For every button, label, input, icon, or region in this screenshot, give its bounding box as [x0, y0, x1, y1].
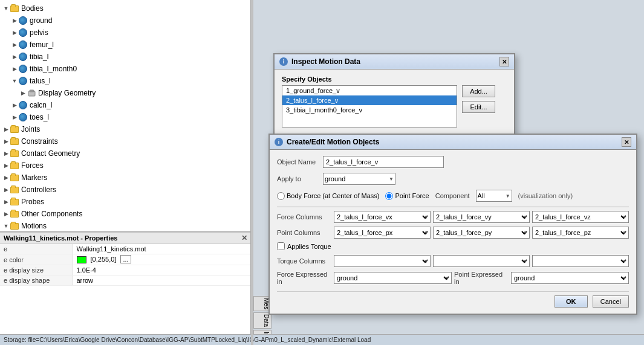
markers-icon	[10, 173, 19, 182]
ok-button[interactable]: OK	[555, 295, 588, 308]
expand-icon-tibia-m0[interactable]: ▶	[11, 65, 18, 73]
point-expressed-select[interactable]: ground	[511, 272, 629, 284]
motions-label: Motions	[21, 222, 47, 230]
tibia-label: tibia_l	[30, 53, 48, 61]
expand-icon-display-geo[interactable]: ▶	[19, 89, 27, 97]
torque-col3-select[interactable]	[532, 255, 629, 267]
torque-col1-select[interactable]	[334, 255, 431, 267]
point-force-radio-label[interactable]: Point Force	[385, 192, 429, 200]
properties-table: e Walking11_kinetics.mot e color [0,255,…	[0, 244, 251, 286]
expand-icon-forces[interactable]: ▶	[2, 162, 10, 169]
talus-label: talus_l	[30, 77, 51, 85]
properties-close-btn[interactable]: ✕	[241, 234, 247, 242]
prop-value-color: [0,255,0] ...	[73, 254, 251, 265]
point-columns-row: Point Columns 2_talus_l_force_px 2_talus…	[277, 227, 629, 239]
force-expressed-label: Force Expressed in	[277, 271, 331, 285]
expand-icon-joints[interactable]: ▶	[2, 126, 10, 133]
expand-icon-other[interactable]: ▶	[2, 210, 10, 218]
torque-col3-wrapper	[532, 255, 629, 267]
sidebar-item-probes[interactable]: ▶ Probes	[0, 196, 250, 208]
sidebar: ▼ Bodies ▶ ground ▶ pelvis ▶ femur_l ▶	[0, 0, 251, 345]
expand-icon-motions[interactable]: ▼	[2, 222, 10, 230]
probes-label: Probes	[21, 198, 44, 206]
forces-icon	[10, 161, 19, 170]
sidebar-item-motions[interactable]: ▼ Motions	[0, 220, 250, 232]
inspect-add-btn[interactable]: Add...	[462, 85, 495, 97]
sidebar-item-controllers[interactable]: ▶ Controllers	[0, 184, 250, 196]
expand-icon-markers[interactable]: ▶	[2, 174, 10, 181]
point-force-radio[interactable]	[385, 192, 393, 200]
expand-icon-tibia[interactable]: ▶	[11, 53, 18, 60]
expand-icon-talus[interactable]: ▼	[11, 77, 18, 85]
body-force-radio-label[interactable]: Body Force (at Center of Mass)	[277, 192, 379, 200]
force-col3-select[interactable]: 2_talus_l_force_vz	[532, 211, 629, 223]
sidebar-item-other-components[interactable]: ▶ Other Components	[0, 208, 250, 220]
torque-col2-wrapper	[433, 255, 530, 267]
apply-to-row: Apply to groundtalus_ltibia_l	[277, 173, 629, 185]
inspect-list-item-1[interactable]: 1_ground_force_v	[282, 86, 457, 95]
expand-icon-contact-geo[interactable]: ▶	[2, 150, 10, 157]
object-name-input[interactable]	[323, 156, 444, 168]
create-close-btn[interactable]: ✕	[622, 137, 631, 147]
force-col1-select[interactable]: 2_talus_l_force_vx	[334, 211, 431, 223]
force-col2-select[interactable]: 2_talus_l_force_vy	[433, 211, 530, 223]
sidebar-item-display-geometry[interactable]: ▶ Display Geometry	[17, 87, 250, 99]
inspect-list-item-2[interactable]: 2_talus_l_force_v	[282, 95, 457, 105]
prop-row-display-size: e display size 1.0E-4	[0, 265, 251, 276]
inspect-list-box[interactable]: 1_ground_force_v 2_talus_l_force_v 3_tib…	[282, 85, 457, 127]
cancel-button[interactable]: Cancel	[593, 295, 629, 308]
sidebar-item-joints[interactable]: ▶ Joints	[0, 123, 250, 135]
applies-torque-checkbox-label[interactable]: Applies Torque	[277, 242, 331, 250]
point-col3-select[interactable]: 2_talus_l_force_pz	[532, 227, 629, 239]
sidebar-item-calcn-l[interactable]: ▶ calcn_l	[8, 99, 250, 111]
sidebar-item-femur-l[interactable]: ▶ femur_l	[8, 39, 250, 51]
sidebar-item-pelvis[interactable]: ▶ pelvis	[8, 27, 250, 39]
inspect-close-btn[interactable]: ✕	[499, 57, 509, 66]
properties-title-bar: Walking11_kinetics.mot - Properties ✕	[0, 233, 251, 244]
sidebar-item-ground[interactable]: ▶ ground	[8, 15, 250, 27]
expand-icon-toes[interactable]: ▶	[11, 114, 18, 121]
applies-torque-checkbox[interactable]	[277, 242, 285, 250]
main-splitter[interactable]	[251, 0, 253, 345]
inspect-list-item-3[interactable]: 3_tibia_l_month0_force_v	[282, 105, 457, 115]
prop-value-display-shape: arrow	[73, 276, 251, 286]
sidebar-item-contact-geo[interactable]: ▶ Contact Geometry	[0, 147, 250, 160]
expand-icon-ground[interactable]: ▶	[11, 17, 18, 24]
apply-to-select[interactable]: groundtalus_ltibia_l	[323, 173, 395, 185]
sidebar-item-tibia-l-month0[interactable]: ▶ tibia_l_month0	[8, 63, 250, 75]
point-col1-select[interactable]: 2_talus_l_force_px	[334, 227, 431, 239]
expand-icon[interactable]: ▼	[2, 5, 10, 12]
expand-icon-pelvis[interactable]: ▶	[11, 29, 18, 36]
torque-col2-select[interactable]	[433, 255, 530, 267]
sidebar-item-toes-l[interactable]: ▶ toes_l	[8, 111, 250, 123]
applies-torque-row: Applies Torque	[277, 242, 629, 250]
sidebar-item-constraints[interactable]: ▶ Constraints	[0, 135, 250, 147]
sidebar-item-bodies[interactable]: ▼ Bodies	[0, 2, 250, 15]
sidebar-item-tibia-l[interactable]: ▶ tibia_l	[8, 51, 250, 63]
calcn-globe-icon	[18, 100, 28, 110]
component-select[interactable]: AllXYZ	[476, 190, 512, 202]
color-edit-btn[interactable]: ...	[120, 255, 131, 263]
expand-icon-femur[interactable]: ▶	[11, 41, 18, 48]
color-swatch[interactable]	[77, 256, 86, 263]
expand-icon-constraints[interactable]: ▶	[2, 138, 10, 145]
inspect-edit-btn[interactable]: Edit...	[462, 101, 495, 113]
force-expressed-select[interactable]: ground	[334, 272, 452, 284]
bottom-status-bar: Storage: file=C:\Users\Erica\Google Driv…	[0, 334, 644, 345]
sidebar-item-forces[interactable]: ▶ Forces	[0, 160, 250, 172]
sidebar-item-talus-l[interactable]: ▼ talus_l	[8, 75, 250, 87]
expand-icon-controllers[interactable]: ▶	[2, 186, 10, 193]
specify-objects-label: Specify Objects	[282, 76, 507, 83]
expand-icon-calcn[interactable]: ▶	[11, 102, 18, 109]
object-name-row: Object Name	[277, 156, 629, 168]
create-title-left: i Create/Edit Motion Objects	[275, 138, 379, 146]
calcn-label: calcn_l	[30, 101, 52, 109]
point-col2-select[interactable]: 2_talus_l_force_py	[433, 227, 530, 239]
body-force-radio[interactable]	[277, 192, 285, 200]
markers-label: Markers	[21, 173, 47, 182]
expand-icon-probes[interactable]: ▶	[2, 198, 10, 205]
constraints-label: Constraints	[21, 137, 58, 146]
dialog-inspect-titlebar: i Inspect Motion Data ✕	[275, 54, 514, 69]
dialog-btn-row: OK Cancel	[277, 291, 629, 308]
sidebar-item-markers[interactable]: ▶ Markers	[0, 172, 250, 184]
